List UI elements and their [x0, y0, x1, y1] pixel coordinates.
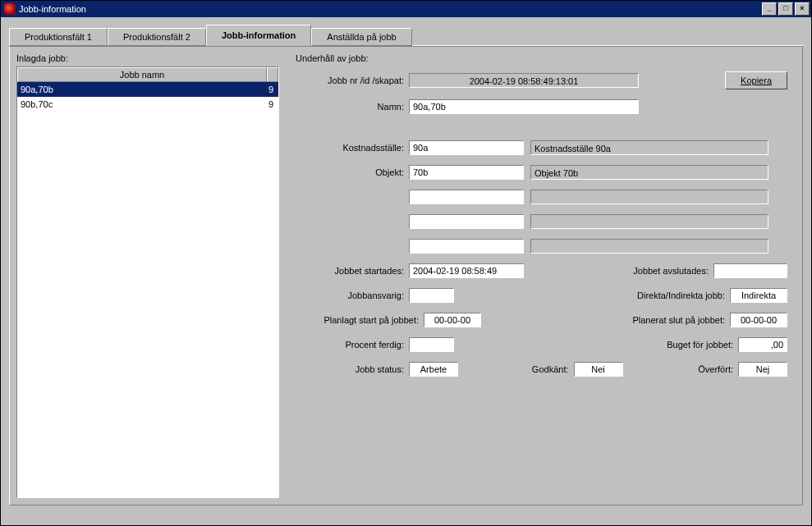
- plan-start-input[interactable]: [424, 313, 481, 327]
- table-row[interactable]: 90b,70c 9: [17, 97, 278, 112]
- extra3-desc: [530, 239, 768, 254]
- extra2-desc: [530, 214, 768, 229]
- cell-jobb-namn: 90b,70c: [17, 97, 268, 112]
- extra2-input[interactable]: [409, 214, 524, 229]
- jobb-list-header: Jobb namn: [17, 67, 278, 82]
- kostnad-input[interactable]: [409, 140, 524, 155]
- plan-slut-label: Planerat slut på jobbet:: [481, 315, 730, 325]
- kopiera-button[interactable]: Kopiera: [725, 71, 787, 89]
- plan-slut-input[interactable]: [730, 313, 787, 327]
- over-label: Överfört:: [623, 364, 739, 374]
- budget-label: Buget för jobbet:: [454, 340, 738, 350]
- objekt-input[interactable]: [409, 165, 524, 180]
- maximize-button[interactable]: □: [778, 2, 793, 16]
- namn-label: Namn:: [296, 102, 409, 112]
- tabstrip: Produktionsfält 1 Produktionsfält 2 Jobb…: [9, 24, 803, 46]
- direkta-value[interactable]: Indirekta: [730, 288, 787, 303]
- plan-start-label: Planlagt start på jobbet:: [296, 315, 424, 325]
- col-flag[interactable]: [267, 67, 278, 82]
- objekt-desc: Objekt 70b: [530, 165, 768, 180]
- jobb-list[interactable]: Jobb namn 90a,70b 9 90b,70c 9: [16, 66, 279, 498]
- window: Jobb-information _ □ × Produktionsfält 1…: [0, 0, 812, 526]
- end-label: Jobbet avslutades:: [524, 266, 713, 276]
- close-button[interactable]: ×: [795, 2, 810, 16]
- jobb-id-value: 2004-02-19 08:58:49:13:01: [409, 73, 639, 88]
- direkta-label: Direkta/Indirekta jobb:: [454, 290, 730, 300]
- ansvarig-label: Jobbansvarig:: [296, 290, 409, 300]
- kopiera-label: Kopiera: [741, 75, 772, 85]
- titlebar: Jobb-information _ □ ×: [1, 1, 811, 17]
- minimize-button[interactable]: _: [762, 2, 777, 16]
- over-value[interactable]: Nej: [738, 362, 787, 377]
- tab-panel: Inlagda jobb: Jobb namn 90a,70b 9: [9, 46, 803, 505]
- window-title: Jobb-information: [19, 4, 86, 14]
- cell-flag: 9: [268, 97, 278, 112]
- tab-jobb-information[interactable]: Jobb-information: [206, 25, 311, 46]
- extra3-input[interactable]: [409, 239, 524, 254]
- start-label: Jobbet startades:: [296, 266, 409, 276]
- col-jobb-namn[interactable]: Jobb namn: [17, 67, 267, 82]
- status-value[interactable]: Arbete: [409, 362, 458, 377]
- table-row[interactable]: 90a,70b 9: [17, 82, 278, 97]
- tab-anstallda-pa-jobb[interactable]: Anställda på jobb: [311, 28, 411, 46]
- namn-input[interactable]: [409, 99, 639, 114]
- client-area: Produktionsfält 1 Produktionsfält 2 Jobb…: [1, 17, 811, 525]
- app-icon: [4, 3, 16, 15]
- start-input[interactable]: [409, 263, 524, 278]
- budget-input[interactable]: [738, 337, 787, 352]
- extra1-desc: [530, 190, 768, 204]
- kostnad-label: Kostnadsställe:: [296, 143, 409, 153]
- status-label: Jobb status:: [296, 364, 409, 374]
- procent-input[interactable]: [409, 337, 454, 352]
- cell-jobb-namn: 90a,70b: [17, 82, 268, 97]
- objekt-label: Objekt:: [296, 167, 409, 177]
- godk-label: Godkänt:: [458, 364, 574, 374]
- kostnad-desc: Kostnadsställe 90a: [530, 140, 768, 155]
- procent-label: Procent ferdig:: [296, 340, 409, 350]
- ansvarig-input[interactable]: [409, 288, 454, 303]
- end-input[interactable]: [713, 263, 787, 278]
- tab-produktionsfalt-2[interactable]: Produktionsfält 2: [108, 28, 206, 46]
- godk-value[interactable]: Nei: [574, 362, 623, 377]
- underhall-label: Underhåll av jobb:: [296, 53, 796, 63]
- extra1-input[interactable]: [409, 190, 524, 204]
- inlagda-jobb-label: Inlagda jobb:: [16, 53, 279, 63]
- cell-flag: 9: [268, 82, 278, 97]
- tab-produktionsfalt-1[interactable]: Produktionsfält 1: [9, 28, 108, 46]
- jobb-id-label: Jobb nr /id /skapat:: [296, 75, 409, 85]
